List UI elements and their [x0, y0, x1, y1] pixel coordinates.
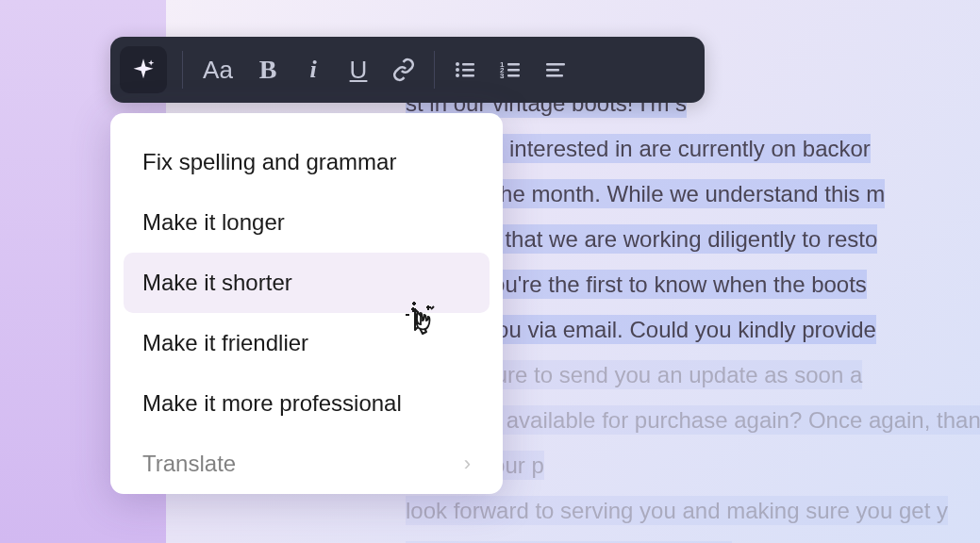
align-left-icon [544, 58, 567, 81]
svg-point-2 [456, 68, 459, 72]
italic-icon: i [309, 56, 316, 84]
svg-rect-7 [507, 63, 520, 66]
chevron-right-icon: › [464, 452, 471, 476]
svg-rect-1 [462, 63, 474, 66]
dropdown-item-make-longer[interactable]: Make it longer [124, 192, 490, 253]
dropdown-item-label: Make it longer [142, 209, 285, 236]
ai-sparkle-button[interactable] [120, 46, 167, 93]
dropdown-item-translate[interactable]: Translate › [124, 434, 490, 494]
bullet-list-button[interactable] [442, 46, 488, 93]
link-icon [391, 58, 416, 82]
dropdown-item-make-friendlier[interactable]: Make it friendlier [124, 313, 490, 373]
bold-icon: B [259, 55, 277, 85]
svg-rect-12 [546, 63, 565, 66]
dropdown-item-label: Fix spelling and grammar [142, 149, 396, 175]
link-button[interactable] [381, 46, 426, 93]
underline-button[interactable]: U [336, 46, 381, 93]
svg-point-4 [456, 74, 459, 77]
dropdown-item-label: Make it shorter [142, 270, 292, 296]
svg-rect-13 [546, 69, 559, 72]
dropdown-item-label: Translate [142, 451, 236, 477]
sparkle-icon [130, 57, 157, 83]
italic-button[interactable]: i [291, 46, 336, 93]
align-button[interactable] [533, 46, 578, 93]
dropdown-item-label: Make it more professional [142, 390, 402, 417]
svg-rect-9 [507, 69, 520, 72]
toolbar-divider [434, 51, 435, 89]
numbered-list-icon: 1 2 3 [499, 58, 522, 81]
svg-rect-5 [462, 74, 474, 77]
svg-rect-14 [546, 74, 563, 77]
svg-point-0 [456, 62, 459, 66]
dropdown-item-label: Make it friendlier [142, 330, 308, 356]
numbered-list-button[interactable]: 1 2 3 [488, 46, 533, 93]
text-line: look forward to serving you and making s… [406, 496, 948, 525]
ai-actions-dropdown: Fix spelling and grammar Make it longer … [110, 113, 503, 494]
dropdown-item-make-professional[interactable]: Make it more professional [124, 373, 490, 434]
svg-rect-11 [507, 74, 520, 77]
font-size-label: Aa [203, 56, 233, 85]
toolbar-divider [182, 51, 183, 89]
svg-text:3: 3 [500, 72, 505, 80]
font-size-button[interactable]: Aa [191, 46, 245, 93]
underline-icon: U [350, 56, 368, 85]
dropdown-item-fix-spelling[interactable]: Fix spelling and grammar [124, 132, 490, 192]
dropdown-item-make-shorter[interactable]: Make it shorter [124, 253, 490, 313]
svg-rect-3 [462, 69, 474, 72]
bullet-list-icon [454, 58, 476, 81]
bold-button[interactable]: B [245, 46, 291, 93]
formatting-toolbar: Aa B i U 1 2 3 [110, 37, 705, 103]
